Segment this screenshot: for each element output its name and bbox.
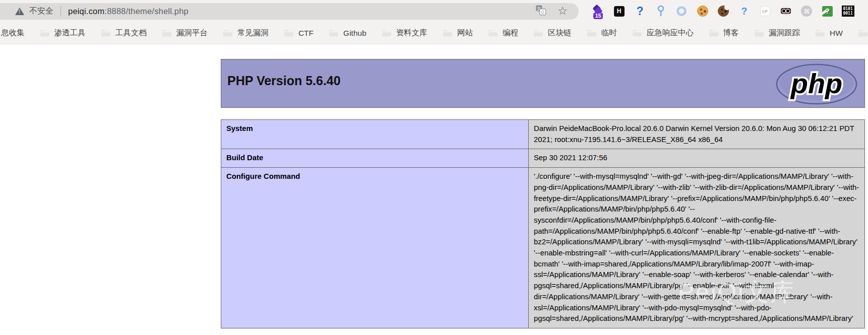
folder-icon xyxy=(709,29,719,37)
phpinfo-table: SystemDarwin PeideMacBook-Pro.local 20.6… xyxy=(221,119,865,328)
url-host: peiqi.com xyxy=(68,7,104,16)
green-flag-extension-icon[interactable]: ? xyxy=(822,6,833,17)
translate-icon[interactable]: 文 G xyxy=(535,5,546,18)
table-row: Configure Command'./configure' '--with-m… xyxy=(221,168,865,328)
bookmark-item[interactable]: 常见漏洞 xyxy=(223,28,269,38)
bookmark-label: 漏洞跟踪 xyxy=(769,28,800,38)
bookmark-label: HW xyxy=(830,29,843,38)
folder-icon xyxy=(329,29,339,37)
folder-icon xyxy=(858,29,868,37)
binary-extension-icon[interactable]: 01010011 xyxy=(842,6,854,17)
bookmark-item[interactable]: 临时 xyxy=(587,28,617,38)
row-label: Configure Command xyxy=(221,168,529,328)
extension-badge: 15 xyxy=(593,13,603,19)
bookmark-label: CTF xyxy=(298,29,314,38)
bookmark-label: 博客 xyxy=(723,28,739,38)
bookmark-star-icon[interactable]: ☆ xyxy=(557,6,568,17)
url-path: :8888/theme/shell.php xyxy=(104,7,189,16)
bookmark-item[interactable]: 区块链 xyxy=(533,28,572,38)
folder-icon xyxy=(815,29,825,37)
bookmark-label: 网站 xyxy=(457,28,473,38)
row-value: './configure' '--with-mysql=mysqlnd' '--… xyxy=(529,168,865,328)
phpinfo-header: PHP Version 5.6.40 php xyxy=(221,59,865,108)
question-mark-2-extension-icon[interactable]: ? xyxy=(738,5,751,18)
folder-icon xyxy=(533,29,543,37)
question-mark-extension-icon[interactable]: ? xyxy=(634,5,646,18)
browser-toolbar: ! 不安全 peiqi.com:8888/theme/shell.php 文 G… xyxy=(0,0,868,22)
folder-icon xyxy=(754,29,764,37)
row-value: Sep 30 2021 12:07:56 xyxy=(529,149,865,168)
bookmark-item[interactable]: 资料文库 xyxy=(382,28,427,38)
folder-icon xyxy=(284,29,294,37)
folder-icon xyxy=(488,29,498,37)
bookmark-label: 资料文库 xyxy=(396,28,427,38)
not-secure-warning-icon[interactable]: ! xyxy=(15,7,25,15)
flag-question: ? xyxy=(825,7,830,15)
warning-exclamation: ! xyxy=(19,10,20,15)
folder-icon xyxy=(101,29,111,37)
bookmark-item-partial[interactable]: 息收集 xyxy=(1,28,25,38)
php-logo-text: php xyxy=(790,68,843,99)
ring-extension-icon[interactable] xyxy=(675,5,688,18)
bookmark-item[interactable]: 工具文档 xyxy=(101,28,147,38)
bookmark-item[interactable]: 应急响应中心 xyxy=(632,28,694,38)
folder-icon xyxy=(443,29,453,37)
folder-icon xyxy=(632,29,642,37)
folder-icon xyxy=(382,29,392,37)
bookmark-label: 漏洞平台 xyxy=(176,28,208,38)
bookmark-label: 工具文档 xyxy=(115,28,147,38)
folder-icon xyxy=(162,29,172,37)
folder-icon xyxy=(40,29,50,37)
url-text[interactable]: peiqi.com:8888/theme/shell.php xyxy=(68,7,189,16)
row-value: Darwin PeideMacBook-Pro.local 20.6.0 Dar… xyxy=(529,120,865,149)
page-title: PHP Version 5.6.40 xyxy=(221,59,864,88)
address-divider xyxy=(60,6,61,17)
table-row: SystemDarwin PeideMacBook-Pro.local 20.6… xyxy=(221,120,865,149)
bookmark-item[interactable]: 漏洞平台 xyxy=(162,28,208,38)
bookmark-item[interactable]: 博客 xyxy=(709,28,739,38)
bookmark-label: Github xyxy=(343,29,366,38)
bookmark-item[interactable]: 网站 xyxy=(443,28,473,38)
bookmarks-bar: 息收集渗透工具工具文档漏洞平台常见漏洞CTFGithub资料文库网站编程区块链临… xyxy=(0,22,868,44)
cookie-extension-icon[interactable] xyxy=(697,6,708,17)
table-row: Build DateSep 30 2021 12:07:56 xyxy=(221,149,865,168)
lp-card-extension-icon[interactable]: LP xyxy=(760,6,770,16)
bookmark-label: 区块链 xyxy=(548,28,572,38)
bookmark-item[interactable]: 编程 xyxy=(488,28,518,38)
binary-line-1: 0101 xyxy=(843,7,852,11)
pin-extension-icon[interactable] xyxy=(654,5,667,18)
page-content: PHP Version 5.6.40 php SystemDarwin Peid… xyxy=(0,44,868,335)
hackbar-extension-icon[interactable]: H xyxy=(614,6,625,17)
bookmark-label: 渗透工具 xyxy=(54,28,86,38)
cookie-bite xyxy=(724,5,730,10)
bookmark-item[interactable]: HW xyxy=(815,29,843,38)
folder-icon xyxy=(587,29,597,37)
address-bar[interactable]: ! 不安全 peiqi.com:8888/theme/shell.php 文 G… xyxy=(0,3,579,20)
bookmark-label: 应急响应中心 xyxy=(647,28,694,38)
folder-icon xyxy=(223,29,233,37)
row-label: System xyxy=(221,120,529,149)
goggles-extension-icon[interactable] xyxy=(779,5,792,18)
php-logo[interactable]: php xyxy=(775,63,858,107)
bookmark-label: 临时 xyxy=(601,28,617,38)
translate-glyph-b: G xyxy=(541,10,545,15)
bookmark-label: 常见漏洞 xyxy=(237,28,269,38)
not-secure-label[interactable]: 不安全 xyxy=(29,6,53,17)
command-extension-icon[interactable]: ⌘ xyxy=(801,6,812,17)
extension-icons-row: 15 H ? ? LP ⌘ ? 01010011 xyxy=(579,5,868,18)
binary-line-2: 0011 xyxy=(843,11,852,16)
bitten-cookie-extension-icon[interactable] xyxy=(718,6,729,17)
bookmark-item[interactable]: 渗透工具 xyxy=(40,28,86,38)
layers-extension-icon[interactable]: 15 xyxy=(592,5,604,18)
bookmark-item[interactable]: 漏洞跟踪 xyxy=(754,28,800,38)
bookmark-item[interactable]: CTF xyxy=(284,29,314,38)
bookmark-item-trailing-folder[interactable] xyxy=(858,29,868,37)
bookmark-item[interactable]: Github xyxy=(329,29,366,38)
row-label: Build Date xyxy=(221,149,529,168)
bookmark-label: 编程 xyxy=(503,28,518,38)
